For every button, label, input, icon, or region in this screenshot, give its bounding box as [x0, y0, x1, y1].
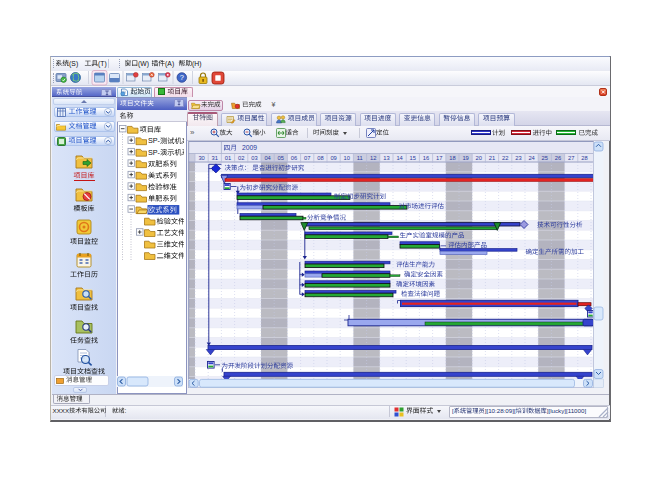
- svg-text:06: 06: [291, 155, 297, 161]
- svg-text:2009: 2009: [242, 144, 257, 151]
- svg-text:07: 07: [304, 155, 310, 161]
- svg-text:17: 17: [436, 155, 442, 161]
- svg-text:11: 11: [357, 155, 363, 161]
- svg-text:30: 30: [198, 155, 204, 161]
- svg-text:22: 22: [502, 155, 508, 161]
- svg-text:14: 14: [396, 155, 403, 161]
- svg-text:¥: ¥: [272, 101, 276, 108]
- svg-text:20: 20: [476, 155, 482, 161]
- svg-text:(W): (W): [138, 60, 149, 68]
- svg-text:27: 27: [568, 155, 574, 161]
- svg-text:09: 09: [330, 155, 336, 161]
- svg-text:][10:28:09][: ][10:28:09][: [485, 407, 516, 414]
- svg-text:03: 03: [251, 155, 257, 161]
- svg-text:12: 12: [370, 155, 376, 161]
- svg-text:(S): (S): [69, 60, 78, 68]
- svg-text:(H): (H): [192, 60, 201, 68]
- svg-text:04: 04: [264, 155, 271, 161]
- svg-text:01: 01: [225, 155, 231, 161]
- svg-text:02: 02: [238, 155, 244, 161]
- svg-text:28: 28: [581, 155, 587, 161]
- svg-text:24: 24: [528, 155, 535, 161]
- svg-text:(A): (A): [165, 60, 174, 68]
- svg-text:23: 23: [515, 155, 521, 161]
- svg-text::: :: [125, 407, 127, 414]
- svg-text:(T): (T): [98, 60, 107, 68]
- svg-text:[: [: [452, 407, 454, 414]
- svg-text:XXXX: XXXX: [53, 407, 70, 414]
- svg-text:»: »: [190, 128, 195, 137]
- svg-text:21: 21: [489, 155, 495, 161]
- svg-text:16: 16: [423, 155, 429, 161]
- svg-text:05: 05: [278, 155, 284, 161]
- svg-text:SP-: SP-: [148, 148, 161, 157]
- svg-text:SP-: SP-: [148, 136, 161, 145]
- svg-text:26: 26: [555, 155, 561, 161]
- svg-text:31: 31: [212, 155, 218, 161]
- svg-text:][lucky][11000]: ][lucky][11000]: [547, 407, 587, 414]
- svg-text:18: 18: [449, 155, 455, 161]
- svg-text:10: 10: [344, 155, 350, 161]
- svg-text:13: 13: [383, 155, 389, 161]
- svg-text:08: 08: [317, 155, 323, 161]
- svg-text:19: 19: [462, 155, 468, 161]
- svg-text:15: 15: [410, 155, 416, 161]
- svg-text:25: 25: [542, 155, 548, 161]
